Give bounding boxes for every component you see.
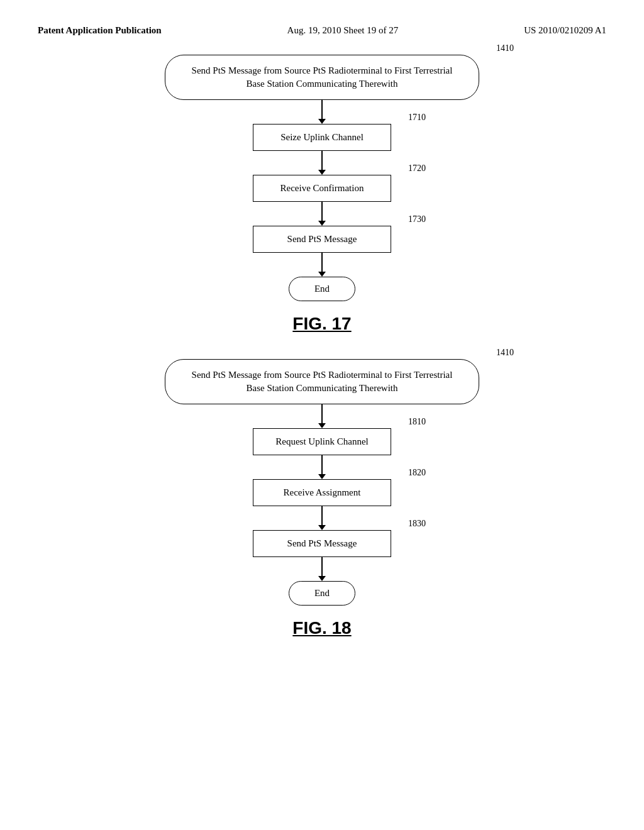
- ref-1720: 1720: [408, 163, 426, 174]
- node-1730: Send PtS Message: [253, 226, 391, 253]
- node-1410a: Send PtS Message from Source PtS Radiote…: [165, 55, 479, 100]
- node-1410b-wrapper: Send PtS Message from Source PtS Radiote…: [165, 359, 479, 404]
- arrow-1820-1830: [318, 506, 326, 530]
- arrow-1720-1730: [318, 202, 326, 226]
- arrow-1810-1820: [318, 455, 326, 479]
- node-1730-wrapper: Send PtS Message 1730: [253, 226, 391, 253]
- ref-1710: 1710: [408, 113, 426, 123]
- ref-1410a: 1410: [496, 43, 514, 53]
- node-1720-wrapper: Receive Confirmation 1720: [253, 175, 391, 202]
- ref-1730: 1730: [408, 214, 426, 224]
- node-end17-wrapper: End: [289, 277, 355, 301]
- patent-number-label: US 2010/0210209 A1: [524, 25, 606, 36]
- node-1830-wrapper: Send PtS Message 1830: [253, 530, 391, 557]
- ref-1830: 1830: [408, 519, 426, 529]
- node-end18-wrapper: End: [289, 581, 355, 606]
- node-1410b: Send PtS Message from Source PtS Radiote…: [165, 359, 479, 404]
- node-1820: Receive Assignment: [253, 479, 391, 506]
- node-1720: Receive Confirmation: [253, 175, 391, 202]
- arrow-1830-end18: [318, 557, 326, 581]
- node-end18: End: [289, 581, 355, 606]
- node-1820-wrapper: Receive Assignment 1820: [253, 479, 391, 506]
- fig17-title: FIG. 17: [292, 314, 351, 334]
- ref-1820: 1820: [408, 468, 426, 478]
- arrow-1730-end17: [318, 253, 326, 277]
- node-1710: Seize Uplink Channel: [253, 124, 391, 151]
- node-end17: End: [289, 277, 355, 301]
- node-1410a-wrapper: Send PtS Message from Source PtS Radiote…: [165, 55, 479, 100]
- node-1810: Request Uplink Channel: [253, 428, 391, 455]
- publication-label: Patent Application Publication: [38, 25, 162, 36]
- date-sheet-label: Aug. 19, 2010 Sheet 19 of 27: [287, 25, 399, 36]
- fig18-section: Send PtS Message from Source PtS Radiote…: [38, 359, 606, 663]
- arrow-1410b-1810: [318, 404, 326, 428]
- fig18-title: FIG. 18: [292, 618, 351, 638]
- page-header: Patent Application Publication Aug. 19, …: [38, 25, 606, 36]
- arrow-1710-1720: [318, 151, 326, 175]
- node-1810-wrapper: Request Uplink Channel 1810: [253, 428, 391, 455]
- arrow-1410a-1710: [318, 100, 326, 124]
- page: Patent Application Publication Aug. 19, …: [0, 0, 644, 830]
- node-1710-wrapper: Seize Uplink Channel 1710: [253, 124, 391, 151]
- fig17-section: Send PtS Message from Source PtS Radiote…: [38, 55, 606, 359]
- ref-1810: 1810: [408, 417, 426, 427]
- node-1830: Send PtS Message: [253, 530, 391, 557]
- ref-1410b: 1410: [496, 348, 514, 358]
